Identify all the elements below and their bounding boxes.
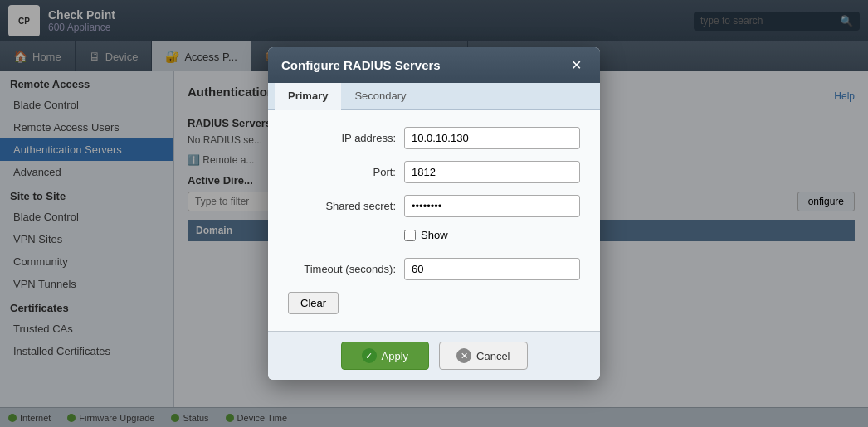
timeout-row: Timeout (seconds): bbox=[288, 258, 580, 280]
cancel-label: Cancel bbox=[476, 350, 510, 362]
port-label: Port: bbox=[288, 166, 396, 178]
clear-row: Clear bbox=[288, 292, 580, 314]
modal-body: IP address: Port: Shared secret: Show Ti… bbox=[268, 110, 600, 331]
clear-button[interactable]: Clear bbox=[288, 292, 339, 314]
ip-address-row: IP address: bbox=[288, 127, 580, 149]
cancel-icon: ✕ bbox=[456, 348, 471, 363]
modal-title: Configure RADIUS Servers bbox=[281, 58, 441, 72]
configure-radius-modal: Configure RADIUS Servers ✕ Primary Secon… bbox=[268, 47, 600, 380]
modal-overlay: Configure RADIUS Servers ✕ Primary Secon… bbox=[0, 0, 868, 427]
timeout-input[interactable] bbox=[404, 258, 580, 280]
ip-input[interactable] bbox=[404, 127, 580, 149]
modal-tab-primary[interactable]: Primary bbox=[275, 83, 341, 110]
port-input[interactable] bbox=[404, 161, 580, 183]
secret-label: Shared secret: bbox=[288, 200, 396, 212]
modal-tab-secondary-label: Secondary bbox=[354, 90, 406, 102]
apply-icon: ✓ bbox=[362, 348, 377, 363]
modal-tabs: Primary Secondary bbox=[268, 83, 600, 110]
apply-button[interactable]: ✓ Apply bbox=[341, 342, 430, 370]
modal-close-button[interactable]: ✕ bbox=[566, 56, 587, 75]
cancel-button[interactable]: ✕ Cancel bbox=[439, 342, 527, 370]
modal-tab-primary-label: Primary bbox=[288, 90, 328, 102]
secret-row: Shared secret: bbox=[288, 195, 580, 217]
modal-header: Configure RADIUS Servers ✕ bbox=[268, 47, 600, 83]
ip-label: IP address: bbox=[288, 132, 396, 144]
show-checkbox[interactable] bbox=[404, 230, 416, 241]
timeout-label: Timeout (seconds): bbox=[288, 263, 396, 275]
show-label: Show bbox=[421, 229, 448, 241]
show-row: Show bbox=[288, 229, 580, 241]
secret-input[interactable] bbox=[404, 195, 580, 217]
port-row: Port: bbox=[288, 161, 580, 183]
modal-tab-secondary[interactable]: Secondary bbox=[341, 83, 419, 110]
apply-label: Apply bbox=[382, 350, 409, 362]
modal-footer: ✓ Apply ✕ Cancel bbox=[268, 331, 600, 380]
